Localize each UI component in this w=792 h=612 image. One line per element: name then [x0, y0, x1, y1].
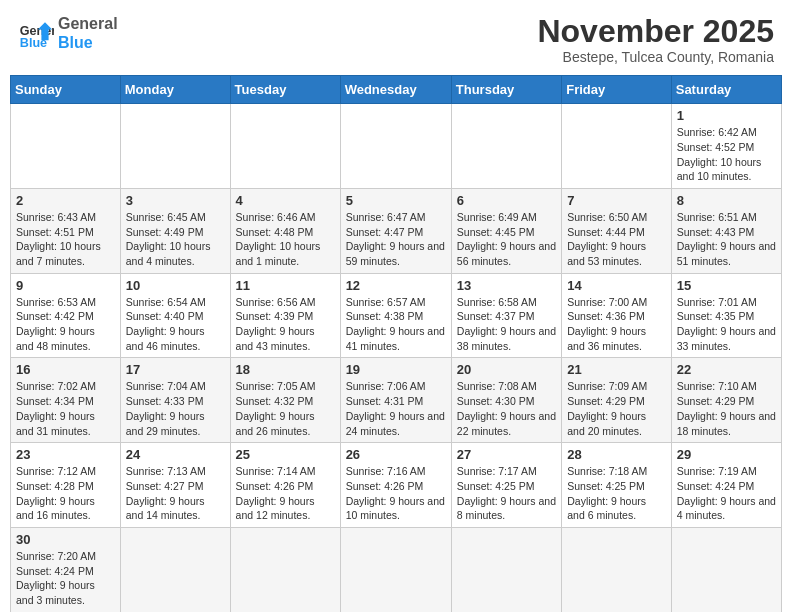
day-info: Sunrise: 6:58 AM Sunset: 4:37 PM Dayligh… [457, 295, 556, 354]
day-number: 11 [236, 278, 335, 293]
weekday-header-wednesday: Wednesday [340, 76, 451, 104]
title-block: November 2025 Bestepe, Tulcea County, Ro… [537, 14, 774, 65]
day-info: Sunrise: 7:08 AM Sunset: 4:30 PM Dayligh… [457, 379, 556, 438]
day-cell: 20Sunrise: 7:08 AM Sunset: 4:30 PM Dayli… [451, 358, 561, 443]
day-cell: 18Sunrise: 7:05 AM Sunset: 4:32 PM Dayli… [230, 358, 340, 443]
day-info: Sunrise: 6:56 AM Sunset: 4:39 PM Dayligh… [236, 295, 335, 354]
day-cell: 4Sunrise: 6:46 AM Sunset: 4:48 PM Daylig… [230, 188, 340, 273]
day-cell: 29Sunrise: 7:19 AM Sunset: 4:24 PM Dayli… [671, 443, 781, 528]
day-number: 29 [677, 447, 776, 462]
day-number: 16 [16, 362, 115, 377]
day-info: Sunrise: 7:20 AM Sunset: 4:24 PM Dayligh… [16, 549, 115, 608]
week-row-2: 2Sunrise: 6:43 AM Sunset: 4:51 PM Daylig… [11, 188, 782, 273]
day-number: 25 [236, 447, 335, 462]
day-cell: 15Sunrise: 7:01 AM Sunset: 4:35 PM Dayli… [671, 273, 781, 358]
day-cell: 1Sunrise: 6:42 AM Sunset: 4:52 PM Daylig… [671, 104, 781, 189]
calendar-table: SundayMondayTuesdayWednesdayThursdayFrid… [10, 75, 782, 612]
day-info: Sunrise: 6:46 AM Sunset: 4:48 PM Dayligh… [236, 210, 335, 269]
day-cell [230, 527, 340, 612]
day-cell [120, 527, 230, 612]
day-number: 30 [16, 532, 115, 547]
day-number: 9 [16, 278, 115, 293]
day-cell: 11Sunrise: 6:56 AM Sunset: 4:39 PM Dayli… [230, 273, 340, 358]
day-number: 17 [126, 362, 225, 377]
week-row-1: 1Sunrise: 6:42 AM Sunset: 4:52 PM Daylig… [11, 104, 782, 189]
day-cell [562, 104, 672, 189]
day-cell: 27Sunrise: 7:17 AM Sunset: 4:25 PM Dayli… [451, 443, 561, 528]
day-cell: 17Sunrise: 7:04 AM Sunset: 4:33 PM Dayli… [120, 358, 230, 443]
day-cell: 30Sunrise: 7:20 AM Sunset: 4:24 PM Dayli… [11, 527, 121, 612]
day-number: 7 [567, 193, 666, 208]
day-info: Sunrise: 7:17 AM Sunset: 4:25 PM Dayligh… [457, 464, 556, 523]
day-cell [340, 104, 451, 189]
day-cell: 8Sunrise: 6:51 AM Sunset: 4:43 PM Daylig… [671, 188, 781, 273]
week-row-5: 23Sunrise: 7:12 AM Sunset: 4:28 PM Dayli… [11, 443, 782, 528]
weekday-header-saturday: Saturday [671, 76, 781, 104]
day-number: 18 [236, 362, 335, 377]
day-info: Sunrise: 7:01 AM Sunset: 4:35 PM Dayligh… [677, 295, 776, 354]
day-number: 1 [677, 108, 776, 123]
weekday-header-monday: Monday [120, 76, 230, 104]
day-cell: 9Sunrise: 6:53 AM Sunset: 4:42 PM Daylig… [11, 273, 121, 358]
day-number: 23 [16, 447, 115, 462]
logo: General Blue General Blue [18, 14, 118, 52]
location-subtitle: Bestepe, Tulcea County, Romania [537, 49, 774, 65]
day-number: 13 [457, 278, 556, 293]
day-info: Sunrise: 6:45 AM Sunset: 4:49 PM Dayligh… [126, 210, 225, 269]
day-info: Sunrise: 6:54 AM Sunset: 4:40 PM Dayligh… [126, 295, 225, 354]
week-row-3: 9Sunrise: 6:53 AM Sunset: 4:42 PM Daylig… [11, 273, 782, 358]
logo-blue-text: Blue [58, 33, 118, 52]
day-info: Sunrise: 6:51 AM Sunset: 4:43 PM Dayligh… [677, 210, 776, 269]
day-info: Sunrise: 6:53 AM Sunset: 4:42 PM Dayligh… [16, 295, 115, 354]
day-number: 5 [346, 193, 446, 208]
day-cell: 28Sunrise: 7:18 AM Sunset: 4:25 PM Dayli… [562, 443, 672, 528]
logo-general-text: General [58, 14, 118, 33]
day-cell: 13Sunrise: 6:58 AM Sunset: 4:37 PM Dayli… [451, 273, 561, 358]
day-cell: 7Sunrise: 6:50 AM Sunset: 4:44 PM Daylig… [562, 188, 672, 273]
weekday-header-sunday: Sunday [11, 76, 121, 104]
page-header: General Blue General Blue November 2025 … [10, 10, 782, 69]
day-cell: 25Sunrise: 7:14 AM Sunset: 4:26 PM Dayli… [230, 443, 340, 528]
week-row-4: 16Sunrise: 7:02 AM Sunset: 4:34 PM Dayli… [11, 358, 782, 443]
day-number: 26 [346, 447, 446, 462]
day-number: 2 [16, 193, 115, 208]
day-number: 21 [567, 362, 666, 377]
day-number: 4 [236, 193, 335, 208]
day-cell: 6Sunrise: 6:49 AM Sunset: 4:45 PM Daylig… [451, 188, 561, 273]
day-info: Sunrise: 7:18 AM Sunset: 4:25 PM Dayligh… [567, 464, 666, 523]
day-cell: 26Sunrise: 7:16 AM Sunset: 4:26 PM Dayli… [340, 443, 451, 528]
day-cell: 5Sunrise: 6:47 AM Sunset: 4:47 PM Daylig… [340, 188, 451, 273]
day-cell: 23Sunrise: 7:12 AM Sunset: 4:28 PM Dayli… [11, 443, 121, 528]
weekday-header-friday: Friday [562, 76, 672, 104]
day-cell [562, 527, 672, 612]
day-cell: 19Sunrise: 7:06 AM Sunset: 4:31 PM Dayli… [340, 358, 451, 443]
day-number: 22 [677, 362, 776, 377]
day-cell [230, 104, 340, 189]
month-title: November 2025 [537, 14, 774, 49]
day-info: Sunrise: 7:13 AM Sunset: 4:27 PM Dayligh… [126, 464, 225, 523]
day-info: Sunrise: 7:06 AM Sunset: 4:31 PM Dayligh… [346, 379, 446, 438]
day-cell: 3Sunrise: 6:45 AM Sunset: 4:49 PM Daylig… [120, 188, 230, 273]
day-cell: 16Sunrise: 7:02 AM Sunset: 4:34 PM Dayli… [11, 358, 121, 443]
day-cell [120, 104, 230, 189]
day-cell: 22Sunrise: 7:10 AM Sunset: 4:29 PM Dayli… [671, 358, 781, 443]
day-info: Sunrise: 7:05 AM Sunset: 4:32 PM Dayligh… [236, 379, 335, 438]
day-number: 20 [457, 362, 556, 377]
day-number: 10 [126, 278, 225, 293]
day-cell: 2Sunrise: 6:43 AM Sunset: 4:51 PM Daylig… [11, 188, 121, 273]
day-info: Sunrise: 6:47 AM Sunset: 4:47 PM Dayligh… [346, 210, 446, 269]
day-info: Sunrise: 7:16 AM Sunset: 4:26 PM Dayligh… [346, 464, 446, 523]
day-cell [671, 527, 781, 612]
day-cell [340, 527, 451, 612]
day-cell [451, 104, 561, 189]
day-info: Sunrise: 7:02 AM Sunset: 4:34 PM Dayligh… [16, 379, 115, 438]
day-info: Sunrise: 6:42 AM Sunset: 4:52 PM Dayligh… [677, 125, 776, 184]
weekday-header-thursday: Thursday [451, 76, 561, 104]
day-cell: 24Sunrise: 7:13 AM Sunset: 4:27 PM Dayli… [120, 443, 230, 528]
logo-icon: General Blue [18, 15, 54, 51]
day-info: Sunrise: 7:10 AM Sunset: 4:29 PM Dayligh… [677, 379, 776, 438]
day-info: Sunrise: 7:14 AM Sunset: 4:26 PM Dayligh… [236, 464, 335, 523]
week-row-6: 30Sunrise: 7:20 AM Sunset: 4:24 PM Dayli… [11, 527, 782, 612]
day-number: 8 [677, 193, 776, 208]
day-cell [11, 104, 121, 189]
